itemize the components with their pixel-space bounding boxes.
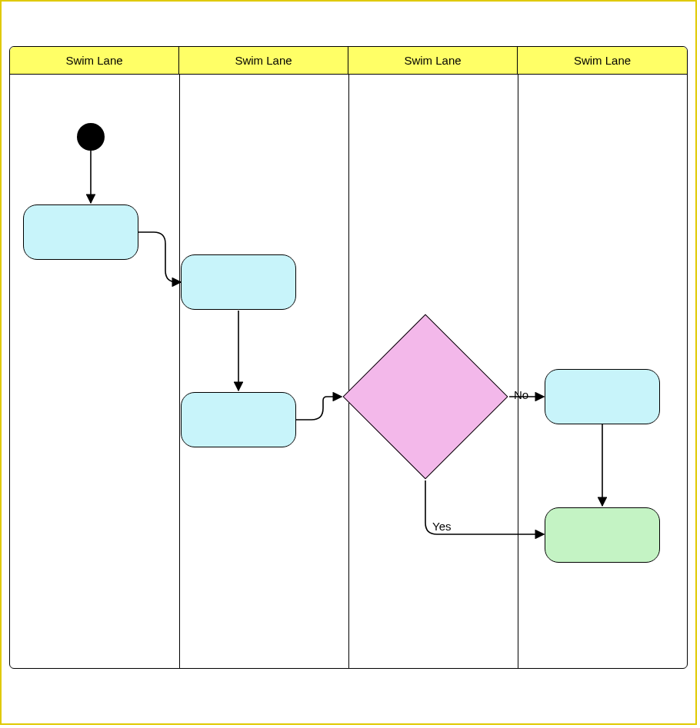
activity-5[interactable]: [545, 507, 660, 563]
lane-divider-2: [348, 75, 349, 668]
lane-divider-1: [179, 75, 180, 668]
edge-label-yes: Yes: [432, 520, 451, 533]
diagram-canvas: Swim Lane Swim Lane Swim Lane Swim Lane: [0, 0, 700, 728]
activity-4[interactable]: [545, 369, 660, 424]
edge-label-no: No: [514, 388, 528, 401]
lane-divider-3: [518, 75, 518, 668]
lane-header-1: Swim Lane: [179, 47, 348, 75]
lane-header-2: Swim Lane: [348, 47, 518, 75]
lane-header-3: Swim Lane: [518, 47, 687, 75]
lane-header-0: Swim Lane: [10, 47, 179, 75]
swimlane-container: Swim Lane Swim Lane Swim Lane Swim Lane: [9, 46, 688, 669]
activity-3[interactable]: [181, 392, 296, 447]
activity-1[interactable]: [23, 204, 138, 260]
start-node[interactable]: [77, 123, 105, 151]
activity-2[interactable]: [181, 254, 296, 310]
